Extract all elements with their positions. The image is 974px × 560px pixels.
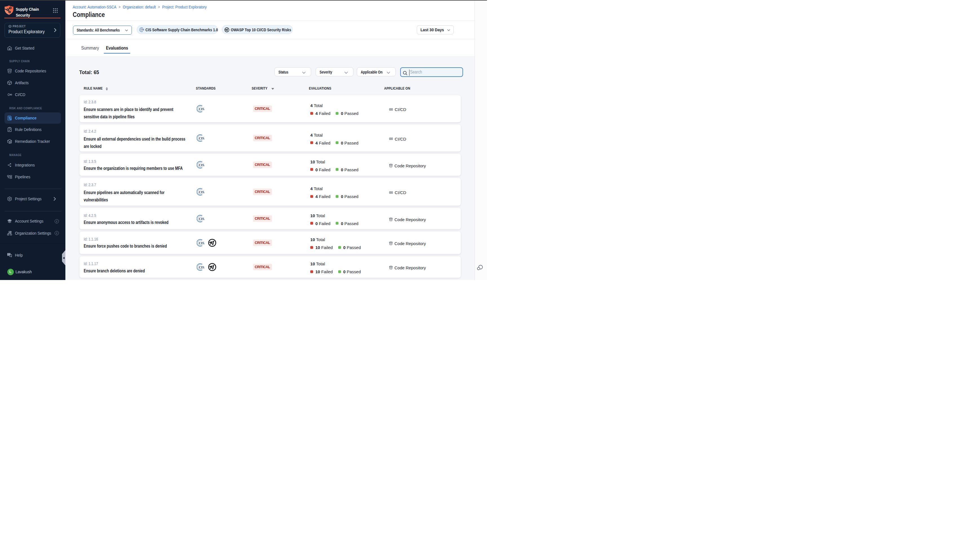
svg-text:CIS: CIS <box>199 136 204 140</box>
svg-text:CIS: CIS <box>199 217 204 221</box>
svg-text:CIS: CIS <box>199 163 204 167</box>
svg-text:CIS: CIS <box>141 28 144 31</box>
svg-text:CIS: CIS <box>199 240 204 245</box>
svg-text:CIS: CIS <box>199 190 204 194</box>
svg-text:?: ? <box>8 253 9 255</box>
svg-text:CIS: CIS <box>199 265 204 269</box>
svg-text:CIS: CIS <box>199 107 204 111</box>
